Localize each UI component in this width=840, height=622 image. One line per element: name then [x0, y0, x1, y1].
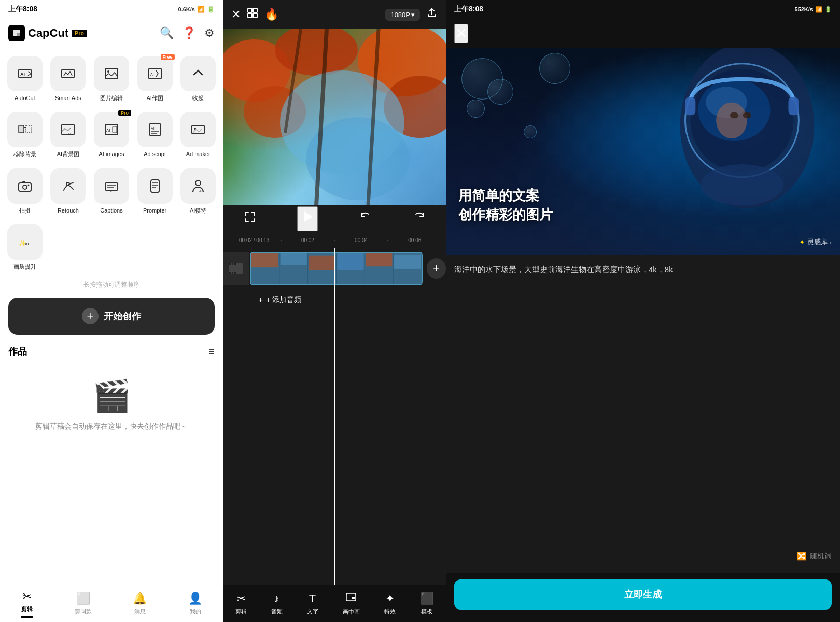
header-icons: 🔍 ❓ ⚙ — [160, 26, 215, 40]
tool-ad-script[interactable]: AI Ad script — [134, 108, 176, 162]
network-speed-home: 0.6K/s — [178, 6, 195, 12]
tool-retouch-label: Retouch — [58, 207, 79, 214]
ai-close-button[interactable]: ✕ — [454, 24, 468, 43]
tool-remove-bg-label: 移除背景 — [13, 150, 36, 158]
create-button[interactable]: + 开始创作 — [8, 298, 215, 335]
generate-button[interactable]: 立即生成 — [454, 579, 832, 610]
track-thumbnail[interactable] — [250, 252, 423, 285]
question-icon[interactable]: ❓ — [182, 26, 196, 40]
svg-rect-67 — [309, 256, 335, 270]
editor-nav-template[interactable]: ⬛ 模板 — [420, 592, 434, 615]
add-audio-button[interactable]: + + 添加音频 — [250, 291, 446, 309]
ai-prompt-textarea[interactable]: 海洋中的水下场景，大型史前海洋生物在高密度中游泳，4k，8k — [454, 263, 832, 547]
chevron-down-icon: ▾ — [411, 11, 415, 19]
template-editor-icon: ⬛ — [420, 592, 434, 605]
pro-badge-ai-images: Pro — [118, 110, 131, 116]
resolution-value: 1080P — [390, 11, 410, 19]
tool-ai-model[interactable]: AI AI模特 — [177, 164, 219, 218]
svg-rect-29 — [151, 180, 159, 192]
tool-ai-bg[interactable]: AI AI背景图 — [48, 108, 89, 162]
tool-autocut-label: AutoCut — [15, 94, 35, 102]
tool-photo-edit[interactable]: 图片编辑 — [91, 52, 132, 106]
redo-button[interactable] — [413, 211, 425, 227]
video-frame — [223, 29, 446, 205]
editor-layout-button[interactable] — [247, 7, 258, 22]
tool-remove-bg[interactable]: 移除背景 — [4, 108, 46, 162]
timecode-4: 00:04 — [335, 237, 387, 243]
music-icon: ♪ — [274, 592, 279, 605]
editor-topbar-right: 1080P ▾ — [385, 7, 438, 22]
svg-rect-56 — [229, 272, 231, 274]
works-sort-icon[interactable]: ≡ — [208, 346, 215, 358]
pro-badge: Pro — [72, 30, 87, 37]
timeline-playhead — [334, 248, 335, 585]
editor-nav-effects[interactable]: ✦ 特效 — [384, 592, 396, 615]
svg-rect-66 — [281, 253, 307, 265]
tool-smart-ads[interactable]: Smart Ads — [48, 52, 89, 106]
svg-rect-0 — [17, 33, 20, 36]
ai-network-speed: 552K/s — [795, 6, 813, 12]
svg-point-33 — [195, 180, 201, 186]
svg-rect-58 — [234, 272, 236, 274]
tool-captions[interactable]: Captions — [91, 164, 132, 218]
header-home: CapCut Pro 🔍 ❓ ⚙ — [0, 19, 223, 48]
drag-hint: 长按拖动可调整顺序 — [0, 278, 223, 293]
tool-shoot[interactable]: 拍摄 — [4, 164, 46, 218]
tool-quality-label: 画质提升 — [13, 263, 36, 270]
editor-nav-template-label: 模板 — [421, 607, 432, 615]
tool-prompter[interactable]: Prompter — [134, 164, 176, 218]
svg-rect-14 — [113, 126, 117, 133]
tool-ai-model-label: AI模特 — [190, 207, 206, 214]
nav-messages[interactable]: 🔔 消息 — [124, 588, 155, 619]
bell-icon: 🔔 — [133, 592, 147, 605]
fullscreen-button[interactable] — [244, 211, 256, 227]
tool-ai-images[interactable]: Pro AI AI images — [91, 108, 132, 162]
time-ai: 上午8:08 — [454, 5, 483, 14]
nav-edit[interactable]: ✂ 剪辑 — [12, 586, 41, 622]
video-track: + — [250, 248, 446, 289]
ai-input-footer: 🔀 随机词 — [454, 547, 832, 565]
tool-retouch[interactable]: Retouch — [48, 164, 89, 218]
settings-icon[interactable]: ⚙ — [204, 26, 215, 40]
svg-text:AI: AI — [20, 72, 25, 77]
export-button[interactable] — [426, 7, 438, 22]
tool-shoot-icon-box — [7, 168, 43, 204]
nav-messages-label: 消息 — [134, 607, 146, 615]
svg-rect-26 — [105, 183, 118, 190]
tool-autocut[interactable]: AI AutoCut — [4, 52, 46, 106]
svg-rect-19 — [192, 125, 204, 134]
ai-hero-figure — [623, 48, 840, 255]
star-icon: ✦ — [799, 238, 805, 246]
scissors-editor-icon: ✂ — [236, 592, 246, 605]
wifi-icon: 📶 — [197, 6, 205, 13]
tool-quality[interactable]: ✨ AI 画质提升 — [4, 220, 46, 274]
svg-rect-65 — [251, 253, 278, 267]
tool-collapse[interactable]: 收起 — [177, 52, 219, 106]
tool-ad-maker[interactable]: Ad maker — [177, 108, 219, 162]
resolution-button[interactable]: 1080P ▾ — [385, 9, 420, 21]
editor-nav-cut[interactable]: ✂ 剪辑 — [235, 592, 247, 615]
random-word-button[interactable]: 🔀 随机词 — [796, 551, 832, 561]
editor-nav-text[interactable]: T 文字 — [307, 592, 318, 615]
works-header: 作品 ≡ — [0, 339, 223, 362]
editor-nav-pip[interactable]: 画中画 — [343, 591, 360, 616]
nav-templates[interactable]: ⬜ 剪同款 — [66, 588, 100, 619]
svg-point-81 — [743, 112, 751, 118]
play-button[interactable] — [297, 206, 318, 231]
search-icon[interactable]: 🔍 — [160, 26, 174, 40]
svg-rect-53 — [229, 263, 231, 265]
track-add-button[interactable]: + — [427, 258, 446, 279]
empty-state-text: 剪辑草稿会自动保存在这里，快去创作作品吧～ — [35, 420, 188, 432]
ai-inspiration-link[interactable]: ✦ 灵感库 › — [799, 237, 832, 247]
flame-icon: 🔥 — [264, 8, 278, 21]
add-audio-icon: + — [258, 295, 263, 305]
undo-button[interactable] — [359, 211, 372, 227]
tool-ai-image[interactable]: Free AI AI作图 — [134, 52, 176, 106]
status-bar-home: 上午8:08 0.6K/s 📶 🔋 — [0, 0, 223, 19]
editor-nav-audio[interactable]: ♪ 音频 — [271, 592, 283, 615]
ai-hero: 用简单的文案 创作精彩的图片 ✦ 灵感库 › — [446, 48, 840, 255]
timeline-area[interactable]: + + + 添加音频 — [223, 248, 446, 585]
nav-profile[interactable]: 👤 我的 — [180, 588, 211, 619]
panel-editor: ✕ 🔥 1080P ▾ — [223, 0, 446, 622]
editor-close-button[interactable]: ✕ — [231, 8, 241, 21]
